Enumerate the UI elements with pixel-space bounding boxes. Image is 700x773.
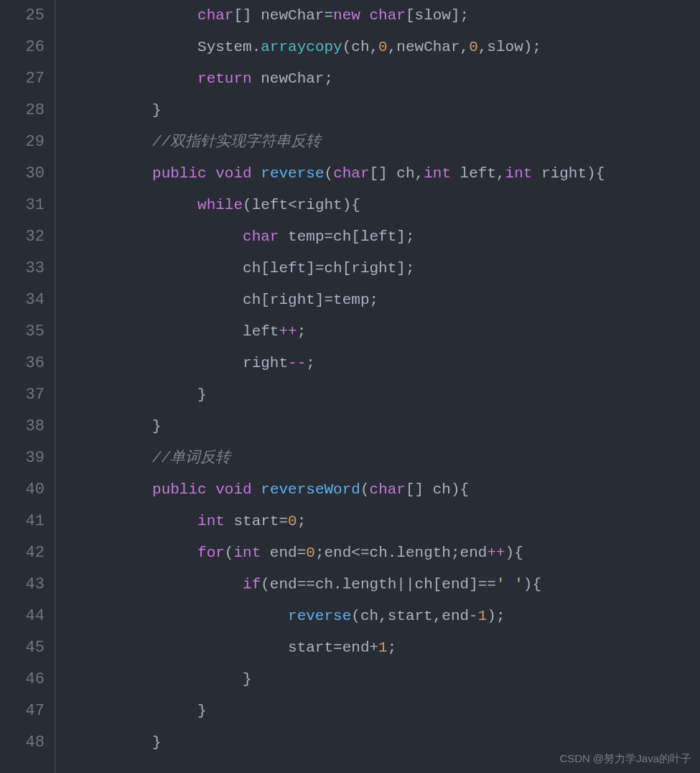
- token-default: end: [342, 639, 370, 656]
- indent: [62, 165, 152, 182]
- token-punct: (: [360, 481, 370, 498]
- indent: [62, 671, 243, 688]
- token-punct: }: [152, 418, 162, 435]
- code-line[interactable]: public void reverse(char[] ch,int left,i…: [62, 158, 700, 190]
- token-call: reverse: [261, 165, 324, 182]
- token-default: temp;: [333, 292, 378, 308]
- code-line[interactable]: return newChar;: [62, 63, 700, 95]
- token-op: ||: [396, 576, 414, 593]
- code-line[interactable]: start=end+1;: [62, 632, 700, 664]
- token-default: (left: [243, 197, 288, 213]
- token-punct: }: [197, 386, 207, 403]
- line-number: 40: [0, 474, 45, 506]
- token-call: reverseWord: [261, 481, 360, 498]
- code-editor[interactable]: 2526272829303132333435363738394041424344…: [0, 0, 700, 773]
- token-default: newChar;: [252, 70, 333, 87]
- token-default: left: [243, 323, 279, 340]
- indent: [62, 703, 197, 719]
- indent: [62, 292, 243, 308]
- token-punct: ;: [297, 513, 307, 529]
- token-keyword: return: [197, 70, 252, 87]
- line-number: 28: [0, 95, 45, 126]
- code-line[interactable]: public void reverseWord(char[] ch){: [62, 474, 700, 506]
- line-number: 42: [0, 537, 45, 569]
- code-line[interactable]: }: [62, 379, 700, 411]
- indent: [62, 576, 243, 593]
- line-number: 30: [0, 158, 45, 190]
- code-line[interactable]: char[] newChar=new char[slow];: [62, 0, 700, 32]
- code-line[interactable]: reverse(ch,start,end-1);: [62, 601, 700, 632]
- token-default: start: [225, 513, 279, 529]
- line-number: 46: [0, 664, 45, 695]
- line-number-gutter: 2526272829303132333435363738394041424344…: [0, 0, 56, 773]
- line-number: 48: [0, 727, 45, 759]
- code-line[interactable]: //单词反转: [62, 443, 700, 474]
- code-line[interactable]: ch[left]=ch[right];: [62, 253, 700, 284]
- code-line[interactable]: }: [62, 695, 700, 727]
- token-num: 0: [378, 39, 388, 55]
- token-default: right){: [297, 197, 360, 213]
- token-default: ){: [523, 576, 541, 593]
- token-num: 1: [478, 608, 487, 624]
- token-default: ch.length;end: [370, 545, 487, 561]
- token-num: 0: [469, 39, 478, 55]
- token-keyword: int: [424, 165, 451, 182]
- token-str: ' ': [496, 576, 523, 593]
- token-keyword: int: [197, 513, 225, 529]
- token-keyword: for: [197, 545, 225, 561]
- token-keyword: --: [288, 355, 306, 371]
- token-op: =: [324, 228, 333, 245]
- token-punct: .: [252, 39, 261, 55]
- code-line[interactable]: }: [62, 664, 700, 695]
- token-op: ==: [478, 576, 496, 593]
- line-number: 34: [0, 284, 45, 316]
- code-line[interactable]: while(left<right){: [62, 190, 700, 221]
- code-line[interactable]: }: [62, 95, 700, 126]
- token-default: ,newChar,: [388, 39, 469, 55]
- line-number: 26: [0, 32, 45, 63]
- token-keyword: char: [333, 165, 369, 182]
- line-number: 39: [0, 443, 45, 474]
- code-line[interactable]: char temp=ch[left];: [62, 221, 700, 253]
- token-op: ==: [297, 576, 315, 593]
- token-op: -: [469, 608, 478, 624]
- code-area[interactable]: char[] newChar=new char[slow]; System.ar…: [56, 0, 700, 773]
- line-number: 47: [0, 695, 45, 727]
- code-line[interactable]: System.arraycopy(ch,0,newChar,0,slow);: [62, 32, 700, 63]
- code-line[interactable]: ch[right]=temp;: [62, 284, 700, 316]
- token-keyword: char: [370, 7, 406, 24]
- token-punct: (: [325, 165, 334, 182]
- token-keyword: int: [505, 165, 533, 182]
- token-punct: }: [152, 734, 162, 751]
- indent: [62, 7, 197, 24]
- indent: [62, 386, 197, 403]
- token-op: =: [333, 639, 342, 656]
- token-op: =: [279, 513, 288, 529]
- token-default: [207, 165, 216, 182]
- token-punct: }: [152, 102, 162, 119]
- code-line[interactable]: if(end==ch.length||ch[end]==' '){: [62, 569, 700, 601]
- token-op: =: [297, 545, 307, 561]
- code-line[interactable]: for(int end=0;end<=ch.length;end++){: [62, 537, 700, 569]
- token-default: ch[end]: [415, 576, 478, 593]
- token-keyword: ++: [279, 323, 297, 340]
- token-default: (ch,: [342, 39, 378, 55]
- line-number: 32: [0, 221, 45, 253]
- token-default: right){: [532, 165, 605, 182]
- token-comment: //双指针实现字符串反转: [152, 134, 321, 150]
- code-line[interactable]: }: [62, 727, 700, 759]
- indent: [62, 450, 152, 466]
- code-line[interactable]: int start=0;: [62, 506, 700, 537]
- token-op: =: [315, 260, 325, 277]
- token-default: [252, 481, 261, 498]
- code-line[interactable]: }: [62, 411, 700, 443]
- token-punct: }: [197, 703, 207, 719]
- code-line[interactable]: left++;: [62, 316, 700, 348]
- code-line[interactable]: //双指针实现字符串反转: [62, 126, 700, 158]
- token-op: <=: [351, 545, 369, 561]
- token-default: ;end: [315, 545, 351, 561]
- line-number: 38: [0, 411, 45, 443]
- token-keyword: while: [197, 197, 243, 213]
- token-default: [252, 165, 261, 182]
- code-line[interactable]: right--;: [62, 348, 700, 379]
